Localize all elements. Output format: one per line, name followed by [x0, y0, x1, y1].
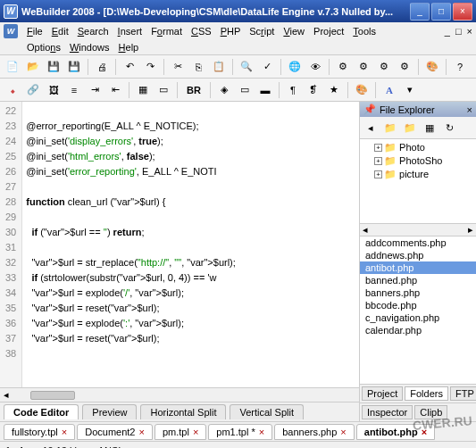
file-item[interactable]: bbcode.php: [360, 299, 476, 311]
doc-tab[interactable]: banners.php ×: [274, 424, 355, 440]
redo-icon[interactable]: ↷: [141, 58, 159, 76]
tool-b-icon[interactable]: ⚙: [355, 58, 372, 76]
side-tab[interactable]: Clipb: [414, 405, 447, 419]
view-mode-icon[interactable]: ▦: [421, 119, 438, 137]
link-icon[interactable]: 🔗: [24, 81, 42, 99]
tree-item[interactable]: + 📁 PhotoSho: [363, 154, 472, 168]
tool-c-icon[interactable]: ⚙: [375, 58, 393, 76]
side-tab[interactable]: Inspector: [362, 405, 413, 419]
tab-close-icon[interactable]: ×: [62, 427, 67, 437]
br-button[interactable]: BR: [182, 81, 205, 99]
copy-icon[interactable]: ⎘: [189, 58, 207, 76]
preview-icon[interactable]: 👁: [306, 58, 324, 76]
menu-file[interactable]: File: [27, 26, 43, 37]
menu-script[interactable]: Script: [249, 26, 274, 37]
doc-tab[interactable]: antibot.php ×: [356, 424, 435, 440]
tab-close-icon[interactable]: ×: [422, 427, 427, 437]
find-icon[interactable]: 🔍: [238, 58, 255, 76]
tab-close-icon[interactable]: ×: [138, 427, 144, 437]
dropdown-icon[interactable]: ▾: [401, 81, 419, 99]
open-icon[interactable]: 📂: [24, 58, 42, 76]
table-icon[interactable]: ▦: [134, 81, 152, 99]
font-icon[interactable]: A: [380, 81, 398, 99]
tag-icon[interactable]: ⬥: [4, 81, 21, 99]
menu-insert[interactable]: Insert: [118, 26, 143, 37]
new-icon[interactable]: 📄: [4, 58, 21, 76]
menu-project[interactable]: Project: [313, 26, 344, 37]
doc-tab[interactable]: pm1.tpl * ×: [208, 424, 272, 440]
cut-icon[interactable]: ✂: [169, 58, 187, 76]
mdi-restore[interactable]: □: [455, 26, 462, 37]
pin-icon[interactable]: 📌: [363, 104, 376, 115]
file-item[interactable]: addnews.php: [360, 249, 476, 261]
file-item[interactable]: addcomments.php: [360, 236, 476, 249]
heading-icon[interactable]: ¶: [284, 81, 302, 99]
menu-tools[interactable]: Tools: [353, 26, 376, 37]
form-icon[interactable]: ▭: [154, 81, 172, 99]
up-folder-icon[interactable]: 📁: [381, 119, 399, 137]
tool-d-icon[interactable]: ⚙: [396, 58, 413, 76]
span-icon[interactable]: ▬: [256, 81, 274, 99]
menu-edit[interactable]: Edit: [52, 26, 69, 37]
menu-help[interactable]: Help: [119, 42, 139, 53]
save-all-icon[interactable]: 💾: [65, 58, 83, 76]
refresh-icon[interactable]: ↻: [440, 119, 458, 137]
tab-preview[interactable]: Preview: [82, 404, 137, 419]
code-editor[interactable]: 2223242526272829303132333435363738 @erro…: [0, 102, 359, 387]
close-button[interactable]: ×: [453, 3, 472, 21]
menu-windows[interactable]: Windows: [70, 42, 110, 53]
maximize-button[interactable]: □: [431, 3, 451, 21]
save-icon[interactable]: 💾: [45, 58, 63, 76]
tab-close-icon[interactable]: ×: [340, 427, 346, 437]
tab-code-editor[interactable]: Code Editor: [4, 404, 79, 419]
file-item[interactable]: c_navigation.php: [360, 311, 476, 324]
side-tab[interactable]: Folders: [405, 386, 448, 401]
side-tab[interactable]: Project: [362, 386, 403, 401]
palette-icon[interactable]: 🎨: [423, 58, 441, 76]
div-icon[interactable]: ▭: [236, 81, 254, 99]
file-item[interactable]: calendar.php: [360, 324, 476, 336]
menu-view[interactable]: View: [283, 26, 305, 37]
minimize-button[interactable]: _: [410, 3, 430, 21]
doc-tab[interactable]: pm.tpl ×: [154, 424, 206, 440]
back-icon[interactable]: ◂: [362, 119, 380, 137]
side-tab[interactable]: FTP: [450, 386, 476, 401]
paste-icon[interactable]: 📋: [210, 58, 228, 76]
undo-icon[interactable]: ↶: [121, 58, 138, 76]
print-icon[interactable]: 🖨: [93, 58, 111, 76]
file-list[interactable]: addcomments.phpaddnews.phpantibot.phpban…: [360, 236, 476, 384]
bold-icon[interactable]: ★: [325, 81, 343, 99]
help-icon[interactable]: ?: [451, 58, 469, 76]
new-folder-icon[interactable]: 📁: [401, 119, 419, 137]
tab-vsplit[interactable]: Vertical Split: [230, 404, 304, 419]
file-item[interactable]: banned.php: [360, 274, 476, 286]
panel-close-icon[interactable]: ×: [467, 104, 472, 115]
tree-item[interactable]: + 📁 picture: [363, 168, 472, 181]
menu-css[interactable]: CSS: [191, 26, 212, 37]
folder-tree[interactable]: + 📁 Photo+ 📁 PhotoSho+ 📁 picture: [360, 139, 476, 224]
menu-search[interactable]: Search: [78, 26, 109, 37]
mdi-close[interactable]: ×: [467, 26, 472, 37]
doc-tab[interactable]: Document2 ×: [77, 424, 153, 440]
menu-php[interactable]: PHP: [221, 26, 241, 37]
tool-a-icon[interactable]: ⚙: [334, 58, 352, 76]
code-text[interactable]: @error_reporting(E_ALL ^ E_NOTICE);@ini_…: [22, 102, 239, 387]
horizontal-scrollbar[interactable]: ◂: [0, 387, 359, 402]
tab-hsplit[interactable]: Horizontal Split: [140, 404, 226, 419]
tree-item[interactable]: + 📁 Photo: [363, 141, 472, 154]
file-item[interactable]: banners.php: [360, 286, 476, 299]
comment-icon[interactable]: ◈: [215, 81, 233, 99]
outdent-icon[interactable]: ⇤: [106, 81, 124, 99]
tab-close-icon[interactable]: ×: [193, 427, 198, 437]
menu-format[interactable]: Format: [151, 26, 182, 37]
file-item[interactable]: antibot.php: [360, 261, 476, 274]
doc-tab[interactable]: fullstory.tpl ×: [4, 424, 75, 440]
para-icon[interactable]: ❡: [305, 81, 322, 99]
indent-icon[interactable]: ⇥: [86, 81, 104, 99]
menu-options[interactable]: Options: [27, 42, 61, 53]
spellcheck-icon[interactable]: ✓: [258, 58, 276, 76]
mdi-minimize[interactable]: _: [445, 26, 450, 37]
image-icon[interactable]: 🖼: [45, 81, 63, 99]
color-icon[interactable]: 🎨: [353, 81, 371, 99]
browser-icon[interactable]: 🌐: [286, 58, 304, 76]
